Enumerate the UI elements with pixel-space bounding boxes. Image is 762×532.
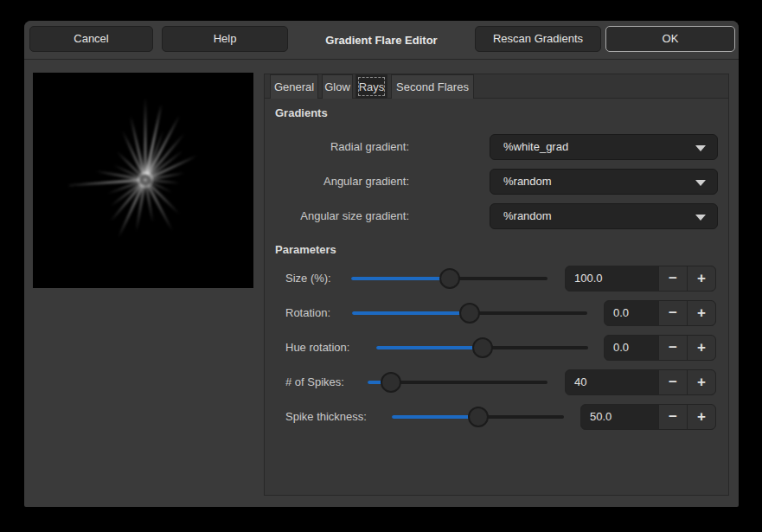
- rotation-label: Rotation:: [285, 300, 330, 326]
- radial-gradient-dropdown[interactable]: %white_grad: [490, 134, 718, 160]
- size-spinbox: 100.0 − +: [565, 266, 716, 292]
- slider-fill: [392, 415, 478, 419]
- tab-bar: General Glow Rays Second Flares: [264, 74, 729, 99]
- angular-gradient-value: %random: [503, 175, 552, 188]
- slider-fill: [351, 277, 450, 280]
- editor-notebook: General Glow Rays Second Flares Gradient…: [264, 74, 729, 496]
- spike-thickness-input[interactable]: 50.0: [581, 405, 658, 429]
- size-input[interactable]: 100.0: [566, 266, 658, 291]
- plus-icon[interactable]: +: [687, 266, 715, 291]
- gradients-section-title: Gradients: [275, 106, 328, 119]
- slider-knob[interactable]: [459, 303, 480, 324]
- angular-gradient-label: Angular gradient:: [264, 169, 409, 195]
- hue-rotation-spinbox: 0.0 − +: [604, 335, 716, 361]
- spike-thickness-slider[interactable]: [392, 404, 564, 430]
- chevron-down-icon: [695, 215, 706, 221]
- flare-rays-image: [33, 73, 253, 288]
- num-spikes-slider[interactable]: [368, 369, 547, 395]
- num-spikes-spinbox: 40 − +: [565, 369, 716, 395]
- slider-knob[interactable]: [381, 372, 401, 393]
- plus-icon[interactable]: +: [687, 301, 715, 325]
- radial-gradient-label: Radial gradient:: [264, 134, 409, 160]
- slider-fill: [352, 311, 470, 315]
- minus-icon[interactable]: −: [658, 266, 687, 291]
- parameters-section-title: Parameters: [275, 243, 336, 256]
- slider-fill: [376, 346, 483, 349]
- hue-rotation-slider[interactable]: [376, 335, 588, 361]
- angular-size-gradient-value: %random: [503, 209, 552, 222]
- chevron-down-icon: [695, 145, 706, 151]
- hue-rotation-input[interactable]: 0.0: [605, 336, 658, 360]
- tab-second-flares[interactable]: Second Flares: [391, 74, 474, 99]
- plus-icon[interactable]: +: [687, 336, 715, 360]
- flare-preview[interactable]: [33, 73, 253, 288]
- minus-icon[interactable]: −: [658, 370, 687, 394]
- angular-gradient-dropdown[interactable]: %random: [490, 169, 718, 195]
- titlebar: Cancel Help Gradient Flare Editor Rescan…: [24, 21, 739, 60]
- tab-general[interactable]: General: [270, 74, 318, 99]
- size-slider[interactable]: [351, 266, 547, 292]
- rotation-input[interactable]: 0.0: [605, 301, 658, 325]
- angular-size-gradient-dropdown[interactable]: %random: [490, 203, 718, 229]
- ok-button[interactable]: OK: [605, 26, 735, 52]
- rotation-spinbox: 0.0 − +: [604, 300, 716, 326]
- tab-glow[interactable]: Glow: [322, 74, 353, 99]
- minus-icon[interactable]: −: [658, 336, 687, 360]
- slider-knob[interactable]: [468, 407, 489, 427]
- spike-thickness-spinbox: 50.0 − +: [580, 404, 716, 430]
- rescan-gradients-button[interactable]: Rescan Gradients: [475, 26, 601, 52]
- plus-icon[interactable]: +: [687, 405, 715, 429]
- plus-icon[interactable]: +: [687, 370, 715, 394]
- rotation-slider[interactable]: [352, 300, 587, 326]
- num-spikes-label: # of Spikes:: [285, 369, 344, 395]
- hue-rotation-label: Hue rotation:: [285, 335, 349, 361]
- size-label: Size (%):: [285, 266, 331, 292]
- num-spikes-input[interactable]: 40: [566, 370, 658, 394]
- chevron-down-icon: [695, 180, 706, 186]
- tab-rays[interactable]: Rays: [355, 74, 387, 99]
- gradient-flare-editor-dialog: Cancel Help Gradient Flare Editor Rescan…: [24, 21, 739, 507]
- minus-icon[interactable]: −: [658, 301, 687, 325]
- radial-gradient-value: %white_grad: [503, 140, 568, 153]
- slider-knob[interactable]: [439, 268, 460, 289]
- slider-knob[interactable]: [472, 337, 493, 358]
- angular-size-gradient-label: Angular size gradient:: [264, 203, 409, 229]
- spike-thickness-label: Spike thickness:: [285, 404, 367, 430]
- minus-icon[interactable]: −: [658, 405, 687, 429]
